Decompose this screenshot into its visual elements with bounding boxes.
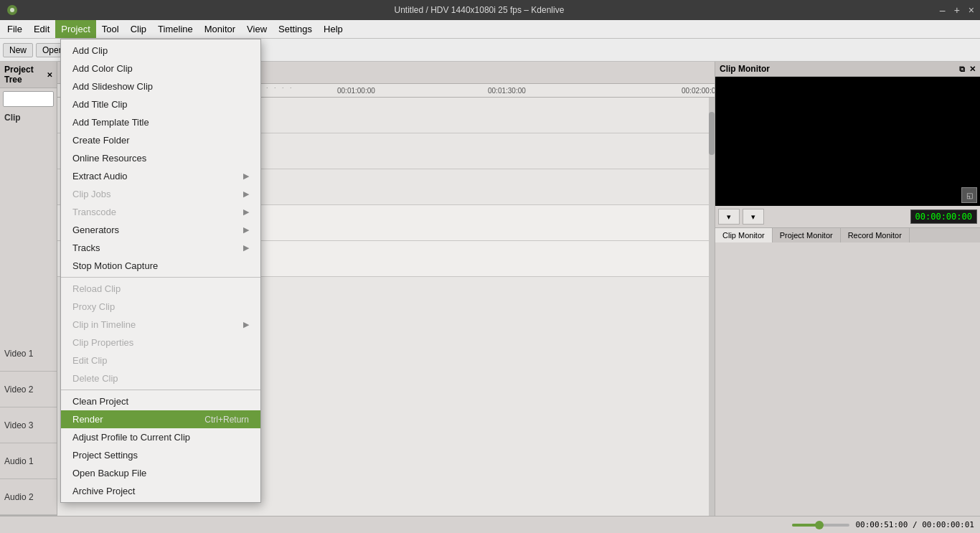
menu-item-clip-jobs[interactable]: Clip Jobs ▶ <box>61 185 260 203</box>
titlebar: Untitled / HDV 1440x1080i 25 fps – Kdenl… <box>0 0 980 20</box>
menu-item-add-clip[interactable]: Add Clip <box>61 42 260 60</box>
clip-monitor-header-buttons: ⧉ ✕ <box>959 65 976 74</box>
monitor-dropdown-2[interactable]: ▾ <box>743 209 764 225</box>
menu-clip[interactable]: Clip <box>125 20 152 38</box>
clip-monitor-controls: ▾ ▾ 00:00:00:00 <box>715 206 980 227</box>
separator-1 <box>61 277 260 278</box>
menu-item-add-template-title[interactable]: Add Template Title <box>61 113 260 131</box>
window-title: Untitled / HDV 1440x1080i 25 fps – Kdenl… <box>19 5 940 15</box>
menu-monitor[interactable]: Monitor <box>199 20 241 38</box>
clip-label: Clip <box>0 110 57 126</box>
menu-edit[interactable]: Edit <box>28 20 55 38</box>
menu-item-transcode[interactable]: Transcode ▶ <box>61 203 260 221</box>
tab-record-monitor[interactable]: Record Monitor <box>841 228 910 242</box>
clip-in-timeline-arrow: ▶ <box>243 320 249 329</box>
menu-item-generators[interactable]: Generators ▶ <box>61 221 260 239</box>
clip-monitor-header: Clip Monitor ⧉ ✕ <box>715 62 980 77</box>
menu-settings[interactable]: Settings <box>273 20 318 38</box>
track-label-audio1: Audio 1 <box>0 443 57 479</box>
menubar: File Edit Project Tool Clip Timeline Mon… <box>0 20 980 39</box>
statusbar: 00:00:51:00 / 00:00:00:01 <box>0 516 980 533</box>
project-tree-close-icon[interactable]: ✕ <box>47 71 52 79</box>
zoom-track <box>792 524 849 527</box>
clip-monitor-close-icon[interactable]: ✕ <box>969 65 976 74</box>
statusbar-current-time: 00:00:51:00 <box>855 520 908 529</box>
menu-item-render[interactable]: Render Ctrl+Return <box>61 410 260 428</box>
menu-item-add-title-clip[interactable]: Add Title Clip <box>61 95 260 113</box>
timecode-display: 00:00:00:00 <box>910 209 977 224</box>
clip-jobs-arrow: ▶ <box>243 189 249 199</box>
menu-item-project-settings[interactable]: Project Settings <box>61 446 260 464</box>
menu-tool[interactable]: Tool <box>96 20 125 38</box>
menu-file[interactable]: File <box>1 20 28 38</box>
minimize-button[interactable]: – <box>940 4 946 16</box>
menu-item-stop-motion-capture[interactable]: Stop Motion Capture <box>61 257 260 275</box>
menu-item-online-resources[interactable]: Online Resources <box>61 149 260 167</box>
timeline-scrollbar[interactable] <box>709 98 715 533</box>
project-dropdown-menu: Add Clip Add Color Clip Add Slideshow Cl… <box>60 39 261 503</box>
monitor-dropdown-1[interactable]: ▾ <box>718 209 740 225</box>
menu-item-add-color-clip[interactable]: Add Color Clip <box>61 60 260 77</box>
close-button[interactable]: × <box>969 4 974 16</box>
timeline-scrollbar-thumb[interactable] <box>709 112 715 155</box>
svg-point-1 <box>10 8 14 12</box>
menu-item-delete-clip[interactable]: Delete Clip <box>61 369 260 387</box>
project-tree-title: Project Tree <box>4 65 47 85</box>
menu-item-extract-audio[interactable]: Extract Audio ▶ <box>61 167 260 185</box>
zoom-slider[interactable] <box>792 524 849 527</box>
right-panel: Clip Monitor ⧉ ✕ ◱ ▾ ▾ 00:00:00:00 Clip … <box>715 62 980 533</box>
transcode-arrow: ▶ <box>243 207 249 217</box>
menu-timeline[interactable]: Timeline <box>152 20 199 38</box>
monitor-corner-icon: ◱ <box>961 187 977 203</box>
window-controls[interactable]: – + × <box>940 4 974 16</box>
extract-audio-arrow: ▶ <box>243 171 249 181</box>
statusbar-timecode: 00:00:51:00 / 00:00:00:01 <box>855 520 974 529</box>
menu-item-open-backup[interactable]: Open Backup File <box>61 464 260 482</box>
clip-monitor-title: Clip Monitor <box>720 64 770 74</box>
generators-arrow: ▶ <box>243 225 249 235</box>
menu-item-archive-project[interactable]: Archive Project <box>61 482 260 500</box>
menu-item-tracks[interactable]: Tracks ▶ <box>61 239 260 257</box>
tab-project-monitor[interactable]: Project Monitor <box>773 228 841 242</box>
maximize-button[interactable]: + <box>954 4 960 16</box>
menu-item-adjust-profile[interactable]: Adjust Profile to Current Clip <box>61 428 260 446</box>
ruler-mark-3: 00:01:30:00 <box>488 87 526 95</box>
new-button[interactable]: New <box>3 43 33 57</box>
timeline-position-indicator: · · · · · <box>258 84 294 91</box>
search-input[interactable] <box>3 91 54 107</box>
menu-project[interactable]: Project <box>55 20 95 38</box>
menu-view[interactable]: View <box>241 20 273 38</box>
project-tree-header: Project Tree ✕ <box>0 62 57 88</box>
render-shortcut: Ctrl+Return <box>204 415 249 425</box>
zoom-thumb[interactable] <box>815 521 824 529</box>
menu-item-edit-clip[interactable]: Edit Clip <box>61 352 260 369</box>
statusbar-separator: / <box>913 520 922 529</box>
titlebar-icon <box>6 4 19 16</box>
track-label-video2: Video 2 <box>0 372 57 407</box>
menu-item-clip-in-timeline[interactable]: Clip in Timeline ▶ <box>61 316 260 334</box>
menu-item-reload-clip[interactable]: Reload Clip <box>61 280 260 298</box>
clip-monitor-screen: ◱ <box>715 77 980 206</box>
menu-item-add-slideshow-clip[interactable]: Add Slideshow Clip <box>61 77 260 95</box>
ruler-mark-2: 00:01:00:00 <box>337 87 375 95</box>
separator-2 <box>61 390 260 390</box>
track-label-audio2: Audio 2 <box>0 479 57 515</box>
menu-item-clip-properties[interactable]: Clip Properties <box>61 334 260 352</box>
menu-item-create-folder[interactable]: Create Folder <box>61 131 260 149</box>
monitor-tabs: Clip Monitor Project Monitor Record Moni… <box>715 227 980 242</box>
menu-item-clean-project[interactable]: Clean Project <box>61 392 260 410</box>
tab-clip-monitor[interactable]: Clip Monitor <box>715 228 773 242</box>
track-labels-area: Video 1 Video 2 Video 3 Audio 1 Audio 2 <box>0 336 57 515</box>
track-label-video3: Video 3 <box>0 407 57 443</box>
ruler-mark-4: 00:02:00:00 <box>682 87 715 95</box>
clip-monitor-restore-icon[interactable]: ⧉ <box>959 65 965 74</box>
menu-item-proxy-clip[interactable]: Proxy Clip <box>61 298 260 316</box>
track-label-video1: Video 1 <box>0 336 57 372</box>
left-panel: Project Tree ✕ Clip Video 1 Video 2 Vide… <box>0 62 57 533</box>
tracks-arrow: ▶ <box>243 243 249 253</box>
menu-help[interactable]: Help <box>318 20 349 38</box>
statusbar-total-time: 00:00:00:01 <box>922 520 974 529</box>
